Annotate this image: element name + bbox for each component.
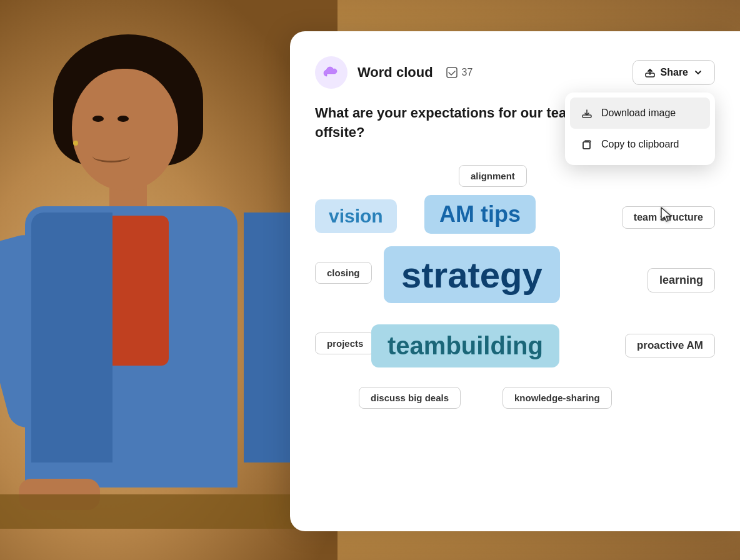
word-knowledge-sharing: knowledge-sharing xyxy=(502,387,612,409)
copy-clipboard-label: Copy to clipboard xyxy=(601,139,679,150)
count-number: 37 xyxy=(462,67,473,78)
copy-icon xyxy=(580,138,594,151)
share-upload-icon xyxy=(644,67,656,78)
table xyxy=(0,494,338,529)
share-button-container: Share Download image xyxy=(632,60,715,85)
earring xyxy=(73,141,78,146)
word-teambuilding: teambuilding xyxy=(371,324,559,368)
copy-clipboard-item[interactable]: Copy to clipboard xyxy=(570,129,710,160)
face xyxy=(72,69,178,191)
left-eye xyxy=(92,116,104,122)
right-eye xyxy=(118,116,129,122)
download-image-label: Download image xyxy=(601,108,676,119)
shirt-left xyxy=(31,212,112,462)
download-icon xyxy=(580,106,594,120)
chevron-down-icon xyxy=(693,68,703,78)
word-vision: vision xyxy=(315,199,397,233)
word-closing: closing xyxy=(315,262,372,284)
svg-rect-2 xyxy=(582,115,591,118)
word-cloud-card: Word cloud 37 Share xyxy=(290,31,740,531)
share-dropdown: Download image Copy to clipboard xyxy=(565,92,715,165)
share-button[interactable]: Share xyxy=(632,60,715,85)
svg-rect-4 xyxy=(583,142,590,149)
word-projects: projects xyxy=(315,332,375,354)
card-header: Word cloud 37 Share xyxy=(315,56,715,89)
word-strategy: strategy xyxy=(384,246,560,303)
checkbox-count-icon xyxy=(446,66,458,79)
smile xyxy=(92,150,130,162)
word-learning: learning xyxy=(648,268,715,292)
cloud-icon-wrap xyxy=(315,56,348,89)
svg-rect-3 xyxy=(583,142,590,149)
cloud-icon xyxy=(323,66,339,79)
word-alignment: alignment xyxy=(459,165,527,187)
word-discuss-big-deals: discuss big deals xyxy=(359,387,461,409)
download-image-item[interactable]: Download image xyxy=(570,98,710,129)
word-cloud-display: alignment vision AM tips team structure … xyxy=(315,165,715,428)
card-title: Word cloud xyxy=(358,64,433,81)
person-photo xyxy=(0,0,338,560)
mouse-cursor xyxy=(660,206,672,224)
share-label: Share xyxy=(661,67,688,78)
word-am-tips: AM tips xyxy=(424,195,536,234)
word-proactive-am: proactive AM xyxy=(625,334,715,358)
response-count: 37 xyxy=(446,66,473,79)
